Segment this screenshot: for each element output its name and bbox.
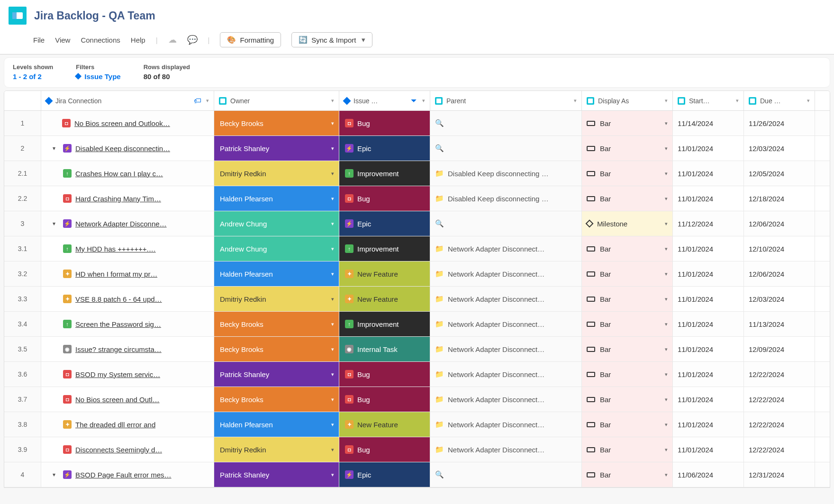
cloud-icon[interactable]: ☁ (168, 35, 177, 45)
table-row[interactable]: 3.2✦HD when I format my pr…Halden Pfears… (4, 261, 830, 287)
summary-filters[interactable]: Filters Issue Type (76, 63, 120, 81)
table-row[interactable]: 1◘No Bios screen and Outlook…Becky Brook… (4, 111, 830, 136)
expand-toggle[interactable]: ▾ (50, 145, 58, 152)
search-icon[interactable]: 🔍 (435, 144, 444, 153)
table-row[interactable]: 3.7◘No Bios screen and Outl…Becky Brooks… (4, 387, 830, 412)
parent-cell[interactable]: 📁Disabled Keep disconnecting … (430, 186, 582, 211)
table-row[interactable]: 2.2◘Hard Crashing Many Tim…Halden Pfears… (4, 186, 830, 211)
issue-type-chip[interactable]: ⚡Epic (339, 136, 430, 161)
menu-file[interactable]: File (33, 36, 45, 44)
parent-cell[interactable]: 🔍 (430, 462, 582, 487)
issue-type-chip[interactable]: ✦New Feature (339, 412, 430, 437)
due-date-cell[interactable]: 12/03/2024 (744, 136, 815, 161)
display-as-chip[interactable]: Bar▾ (582, 161, 672, 186)
issue-title[interactable]: My HDD has +++++++.… (75, 245, 156, 253)
jira-connection-cell[interactable]: ▾⚡Disabled Keep disconnectin… (41, 136, 214, 161)
chevron-down-icon[interactable]: ▾ (736, 98, 739, 104)
issue-title[interactable]: Crashes How can I play c… (75, 170, 163, 178)
table-row[interactable]: 2.1↑Crashes How can I play c…Dmitriy Red… (4, 161, 830, 186)
owner-chip[interactable]: Andrew Chung▾ (214, 211, 339, 236)
parent-cell[interactable]: 📁Network Adapter Disconnect… (430, 287, 582, 311)
start-date-cell[interactable]: 11/01/2024 (673, 412, 744, 437)
start-date-cell[interactable]: 11/06/2024 (673, 462, 744, 487)
issue-type-chip[interactable]: ◘Bug (339, 111, 430, 135)
owner-cell[interactable]: Halden Pfearsen▾ (214, 412, 339, 437)
start-date-cell[interactable]: 11/01/2024 (673, 287, 744, 311)
issue-title[interactable]: Screen the Password sig… (75, 320, 161, 328)
parent-cell[interactable]: 📁Network Adapter Disconnect… (430, 236, 582, 261)
display-as-cell[interactable]: Bar▾ (582, 136, 673, 161)
display-as-cell[interactable]: Bar▾ (582, 437, 673, 462)
issue-title[interactable]: Network Adapter Disconne… (75, 220, 167, 228)
issue-type-cell[interactable]: ↑Improvement (339, 236, 430, 261)
issue-type-cell[interactable]: ◉Internal Task (339, 337, 430, 361)
tag-icon[interactable]: 🏷 (194, 97, 201, 105)
issue-type-cell[interactable]: ◘Bug (339, 387, 430, 412)
chevron-down-icon[interactable]: ▾ (665, 98, 668, 104)
owner-chip[interactable]: Halden Pfearsen▾ (214, 186, 339, 211)
owner-cell[interactable]: Patrick Shanley▾ (214, 362, 339, 387)
display-as-chip[interactable]: Bar▾ (582, 236, 672, 261)
display-as-cell[interactable]: Bar▾ (582, 161, 673, 186)
owner-chip[interactable]: Halden Pfearsen▾ (214, 412, 339, 437)
issue-title[interactable]: BSOD my System servic… (75, 370, 160, 378)
issue-type-cell[interactable]: ⚡Epic (339, 462, 430, 487)
issue-title[interactable]: No Bios screen and Outlook… (74, 119, 170, 127)
jira-connection-cell[interactable]: ▾⚡Network Adapter Disconne… (41, 211, 214, 236)
parent-cell[interactable]: 📁Network Adapter Disconnect… (430, 261, 582, 286)
display-as-cell[interactable]: Bar▾ (582, 287, 673, 311)
issue-title[interactable]: The dreaded dll error and (75, 421, 155, 429)
due-date-cell[interactable]: 12/05/2024 (744, 161, 815, 186)
sync-import-button[interactable]: 🔄 Sync & Import ▾ (291, 32, 372, 47)
owner-chip[interactable]: Patrick Shanley▾ (214, 362, 339, 387)
due-date-cell[interactable]: 12/06/2024 (744, 211, 815, 236)
jira-connection-cell[interactable]: ✦VSE 8.8 patch 6 - 64 upd… (41, 287, 214, 311)
jira-connection-cell[interactable]: ↑Crashes How can I play c… (41, 161, 214, 186)
owner-chip[interactable]: Dmitriy Redkin▾ (214, 437, 339, 462)
table-row[interactable]: 3.1↑My HDD has +++++++.…Andrew Chung▾↑Im… (4, 236, 830, 261)
issue-type-cell[interactable]: ✦New Feature (339, 261, 430, 286)
parent-cell[interactable]: 🔍 (430, 136, 582, 161)
owner-chip[interactable]: Becky Brooks▾ (214, 312, 339, 336)
parent-cell[interactable]: 📁Disabled Keep disconnecting … (430, 161, 582, 186)
display-as-chip[interactable]: Bar▾ (582, 186, 672, 211)
jira-connection-cell[interactable]: ▾⚡BSOD Page Fault error mes… (41, 462, 214, 487)
expand-toggle[interactable]: ▾ (50, 220, 58, 227)
issue-type-cell[interactable]: ↑Improvement (339, 312, 430, 336)
display-as-chip[interactable]: Bar▾ (582, 412, 672, 437)
display-as-chip[interactable]: Bar▾ (582, 337, 672, 361)
due-date-cell[interactable]: 12/22/2024 (744, 362, 815, 387)
issue-type-chip[interactable]: ↑Improvement (339, 161, 430, 186)
jira-connection-cell[interactable]: ◘BSOD my System servic… (41, 362, 214, 387)
start-date-cell[interactable]: 11/01/2024 (673, 186, 744, 211)
owner-chip[interactable]: Becky Brooks▾ (214, 111, 339, 135)
issue-type-chip[interactable]: ↑Improvement (339, 236, 430, 261)
display-as-cell[interactable]: Milestone▾ (582, 211, 673, 236)
jira-connection-cell[interactable]: ↑Screen the Password sig… (41, 312, 214, 336)
display-as-chip[interactable]: Milestone▾ (582, 211, 672, 236)
display-as-cell[interactable]: Bar▾ (582, 312, 673, 336)
display-as-cell[interactable]: Bar▾ (582, 261, 673, 286)
due-date-cell[interactable]: 12/03/2024 (744, 287, 815, 311)
start-date-cell[interactable]: 11/14/2024 (673, 111, 744, 135)
issue-type-cell[interactable]: ◘Bug (339, 186, 430, 211)
jira-connection-cell[interactable]: ✦HD when I format my pr… (41, 261, 214, 286)
issue-title[interactable]: BSOD Page Fault error mes… (75, 471, 172, 479)
chat-icon[interactable]: 💬 (187, 35, 198, 45)
column-due[interactable]: Due … ▾ (744, 91, 815, 110)
owner-cell[interactable]: Dmitriy Redkin▾ (214, 287, 339, 311)
column-jira-connection[interactable]: Jira Connection 🏷 ▾ (41, 91, 214, 110)
table-row[interactable]: 2▾⚡Disabled Keep disconnectin…Patrick Sh… (4, 136, 830, 161)
menu-view[interactable]: View (55, 36, 70, 44)
column-parent[interactable]: Parent ▾ (430, 91, 582, 110)
column-start[interactable]: Start… ▾ (673, 91, 744, 110)
display-as-chip[interactable]: Bar▾ (582, 387, 672, 412)
issue-type-cell[interactable]: ◘Bug (339, 437, 430, 462)
jira-connection-cell[interactable]: ◘No Bios screen and Outl… (41, 387, 214, 412)
issue-type-chip[interactable]: ⚡Epic (339, 462, 430, 487)
display-as-cell[interactable]: Bar▾ (582, 236, 673, 261)
owner-cell[interactable]: Halden Pfearsen▾ (214, 186, 339, 211)
jira-connection-cell[interactable]: ◘No Bios screen and Outlook… (41, 111, 214, 135)
table-row[interactable]: 3.4↑Screen the Password sig…Becky Brooks… (4, 312, 830, 337)
parent-cell[interactable]: 📁Network Adapter Disconnect… (430, 437, 582, 462)
